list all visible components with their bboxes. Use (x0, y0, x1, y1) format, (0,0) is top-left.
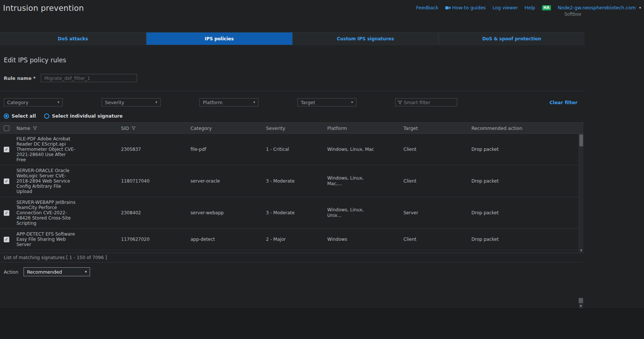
section-title: Edit IPS policy rules (4, 56, 583, 64)
target-dropdown[interactable]: Target ▾ (297, 98, 356, 106)
page-title: Intrusion prevention (3, 4, 84, 13)
check-icon: ✓ (5, 237, 8, 242)
ips-policy-panel: Edit IPS policy rules Rule name * Catego… (0, 45, 583, 276)
table-scrollbar[interactable]: ▼ (579, 134, 583, 253)
table-header: Name SID Category Severity Platform Targ… (0, 122, 583, 134)
node-menu-label: Node2-gw.neospherebiotech.com (558, 5, 636, 10)
severity-dropdown[interactable]: Severity ▾ (102, 98, 161, 106)
node-menu[interactable]: Node2-gw.neospherebiotech.com ▾ (558, 5, 641, 10)
signature-platform: Windows (327, 234, 377, 245)
signature-sid: 1170627020 (121, 234, 191, 245)
chevron-down-icon: ▾ (639, 6, 641, 10)
chevron-down-icon: ▾ (351, 100, 353, 104)
help-link[interactable]: Help (524, 5, 535, 10)
target-dropdown-label: Target (301, 100, 315, 105)
row-checkbox[interactable]: ✓ (4, 147, 9, 152)
signature-category: server-webapp (191, 208, 266, 218)
clear-filter-link[interactable]: Clear filter (549, 100, 578, 105)
smart-filter-field (395, 98, 457, 106)
table-row: ✓ SERVER-WEBAPP JetBrains TeamCity Perfo… (0, 197, 583, 229)
signature-action: Drop packet (471, 176, 583, 186)
signature-severity: 3 - Moderate (266, 176, 327, 186)
row-checkbox[interactable]: ✓ (4, 210, 9, 216)
check-icon: ✓ (5, 147, 8, 152)
log-viewer-link[interactable]: Log viewer (492, 5, 518, 10)
row-checkbox[interactable]: ✓ (4, 237, 9, 242)
header-links: Feedback How-to guides Log viewer Help H… (416, 5, 641, 10)
signature-name: SERVER-ORACLE Oracle WebLogic Server CVE… (16, 165, 75, 197)
signature-category: app-detect (191, 234, 266, 245)
signature-name: SERVER-WEBAPP JetBrains TeamCity Perforc… (16, 197, 75, 228)
signature-platform: Windows, Linux, Mac (327, 144, 377, 155)
row-checkbox[interactable]: ✓ (4, 178, 9, 184)
signature-platform: Windows, Linux, Unix... (327, 205, 377, 221)
signature-action: Drop packet (471, 208, 583, 218)
action-row: Action Recommended ▾ (4, 267, 583, 276)
action-label: Action (4, 269, 18, 275)
results-summary: List of matching signatures [ 1 - 150 of… (0, 253, 583, 262)
signature-sid: 2308402 (121, 208, 191, 218)
chevron-down-icon: ▾ (85, 270, 87, 274)
category-dropdown[interactable]: Category ▾ (4, 98, 63, 106)
howto-guides-label: How-to guides (452, 5, 486, 10)
bottom-strip (0, 308, 644, 339)
category-dropdown-label: Category (7, 100, 28, 105)
divider (0, 91, 583, 91)
chevron-down-icon: ▾ (155, 100, 157, 104)
chevron-down-icon: ▾ (253, 100, 255, 104)
signature-name: APP-DETECT EFS Software Easy File Sharin… (16, 229, 75, 250)
select-individual-radio[interactable]: Select individual signature (44, 113, 123, 119)
signature-target: Client (403, 176, 471, 186)
rule-name-input[interactable] (41, 74, 137, 82)
selection-mode-row: Select all Select individual signature (4, 113, 583, 119)
video-camera-icon (445, 6, 451, 10)
howto-guides-link[interactable]: How-to guides (445, 5, 486, 10)
scroll-down-button[interactable]: ▼ (579, 248, 583, 253)
scrollbar-thumb[interactable] (579, 134, 583, 146)
column-header-recommended-action: Recommended action (471, 125, 583, 131)
signature-severity: 2 - Major (266, 234, 327, 245)
tab-custom-ips-signatures[interactable]: Custom IPS signatures (292, 32, 439, 45)
radio-unselected-icon (44, 113, 49, 119)
platform-dropdown[interactable]: Platform ▾ (199, 98, 258, 106)
column-header-platform: Platform (327, 125, 403, 131)
signature-target: Client (403, 234, 471, 245)
select-all-checkbox[interactable] (4, 125, 9, 131)
action-select[interactable]: Recommended ▾ (24, 267, 90, 276)
signature-table-body: ✓ FILE-PDF Adobe Acrobat Reader DC EScri… (0, 134, 583, 253)
page-scrollbar-thumb[interactable] (579, 298, 583, 303)
column-header-name: Name (16, 125, 30, 131)
radio-selected-icon (4, 113, 9, 119)
tab-ips-policies[interactable]: IPS policies (146, 32, 293, 45)
sid-filter-funnel-icon[interactable] (131, 126, 136, 130)
signature-name: FILE-PDF Adobe Acrobat Reader DC EScript… (16, 134, 75, 165)
check-icon: ✓ (5, 179, 8, 184)
signature-target: Client (403, 144, 471, 155)
action-select-value: Recommended (27, 269, 62, 275)
select-individual-label: Select individual signature (52, 113, 123, 119)
page-scroll-down-button[interactable]: ▼ (579, 304, 583, 308)
signature-category: server-oracle (191, 176, 266, 186)
tab-bar: DoS attacks IPS policies Custom IPS sign… (0, 32, 585, 45)
column-header-sid: SID (121, 125, 129, 131)
feedback-link[interactable]: Feedback (416, 5, 439, 10)
severity-dropdown-label: Severity (105, 100, 124, 105)
smart-filter-input[interactable] (404, 100, 455, 105)
select-all-radio[interactable]: Select all (4, 113, 36, 119)
ha-status-badge: HA (542, 5, 551, 10)
funnel-icon (398, 100, 402, 105)
tab-dos-attacks[interactable]: DoS attacks (0, 32, 146, 45)
column-header-severity: Severity (266, 125, 327, 131)
platform-dropdown-label: Platform (203, 100, 223, 105)
signature-platform: Windows, Linux, Mac,... (327, 173, 377, 189)
filter-row: Category ▾ Severity ▾ Platform ▾ Target … (0, 98, 583, 107)
signature-target: Server (403, 208, 471, 218)
name-filter-funnel-icon[interactable] (33, 126, 37, 130)
signature-severity: 1 - Critical (266, 144, 327, 155)
signature-action: Drop packet (471, 144, 583, 155)
check-icon: ✓ (5, 211, 8, 215)
tab-dos-spoof-protection[interactable]: DoS & spoof protection (439, 32, 585, 45)
signature-sid: 1180717040 (121, 176, 191, 186)
column-header-category: Category (191, 125, 266, 131)
table-row: ✓ APP-DETECT EFS Software Easy File Shar… (0, 229, 583, 250)
